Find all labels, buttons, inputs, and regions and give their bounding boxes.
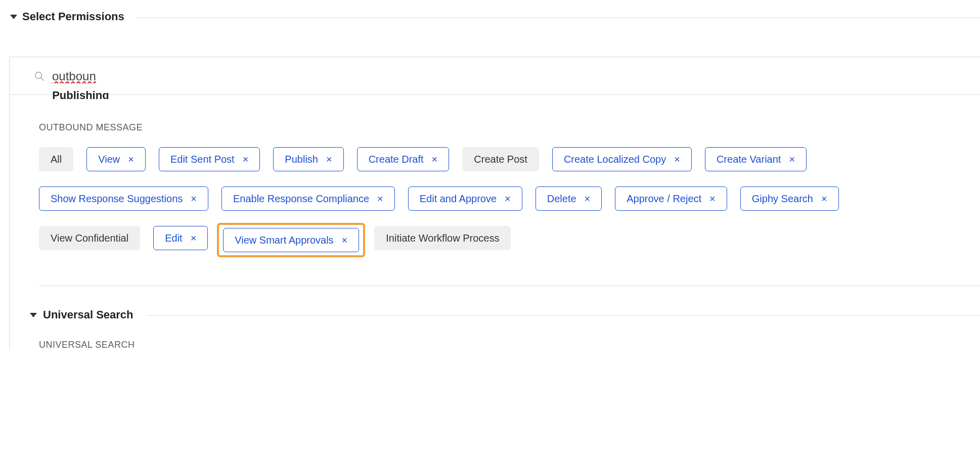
- chip-label: Show Response Suggestions: [51, 193, 183, 205]
- caret-down-icon: [30, 313, 37, 317]
- close-icon[interactable]: ×: [243, 154, 249, 164]
- permission-chip[interactable]: View Smart Approvals×: [223, 228, 359, 252]
- header-rule: [137, 18, 980, 18]
- universal-search-section-header[interactable]: Universal Search: [30, 308, 980, 321]
- permission-chip[interactable]: Show Response Suggestions×: [39, 186, 208, 211]
- close-icon[interactable]: ×: [585, 194, 591, 204]
- chip-label: Enable Response Compliance: [233, 193, 369, 205]
- chip-label: Create Localized Copy: [564, 154, 666, 165]
- highlight-frame: View Smart Approvals×: [217, 223, 365, 257]
- chip-label: View Smart Approvals: [235, 235, 333, 246]
- permission-chip-list: AllView×Edit Sent Post×Publish×Create Dr…: [39, 147, 899, 254]
- permission-chip[interactable]: Create Variant×: [705, 147, 807, 171]
- chip-label: View Confidential: [51, 232, 128, 244]
- permission-chip[interactable]: Edit×: [153, 226, 208, 250]
- permission-chip[interactable]: Giphy Search×: [740, 186, 839, 211]
- close-icon[interactable]: ×: [674, 154, 680, 164]
- chip-label: Approve / Reject: [627, 193, 701, 205]
- permission-chip[interactable]: Create Post: [462, 147, 539, 171]
- divider: [39, 286, 980, 286]
- select-permissions-header[interactable]: Select Permissions: [0, 0, 980, 23]
- chip-label: Edit Sent Post: [170, 154, 235, 165]
- permission-chip[interactable]: Publish×: [273, 147, 343, 171]
- close-icon[interactable]: ×: [128, 154, 134, 164]
- permission-chip[interactable]: Create Draft×: [357, 147, 450, 171]
- search-input-wrapper[interactable]: [52, 69, 254, 83]
- close-icon[interactable]: ×: [505, 194, 511, 204]
- close-icon[interactable]: ×: [377, 194, 383, 204]
- subheader-rule: [147, 315, 980, 316]
- chip-label: Initiate Workflow Process: [386, 232, 499, 244]
- chip-label: All: [51, 154, 62, 165]
- caret-down-icon: [10, 15, 17, 19]
- permission-chip[interactable]: Enable Response Compliance×: [221, 186, 395, 211]
- close-icon[interactable]: ×: [789, 154, 795, 164]
- chip-label: Create Post: [474, 154, 527, 165]
- permission-chip[interactable]: All: [39, 147, 73, 171]
- permission-chip[interactable]: View×: [86, 147, 146, 171]
- chip-label: View: [98, 154, 120, 165]
- chip-label: Edit and Approve: [420, 193, 497, 205]
- permission-chip[interactable]: Delete×: [536, 186, 602, 211]
- universal-search-group-label: UNIVERSAL SEARCH: [39, 340, 980, 350]
- chip-label: Giphy Search: [752, 193, 813, 205]
- chip-label: Publish: [285, 154, 318, 165]
- permission-chip[interactable]: Initiate Workflow Process: [374, 226, 511, 250]
- universal-search-title: Universal Search: [43, 308, 133, 321]
- search-input[interactable]: [52, 69, 254, 83]
- permission-chip[interactable]: Approve / Reject×: [615, 186, 727, 211]
- close-icon[interactable]: ×: [821, 194, 827, 204]
- close-icon[interactable]: ×: [326, 154, 332, 164]
- chip-label: Create Variant: [717, 154, 781, 165]
- chip-label: Create Draft: [369, 154, 424, 165]
- search-icon: [34, 71, 45, 82]
- section-title: Select Permissions: [22, 10, 124, 23]
- permission-chip[interactable]: Edit and Approve×: [408, 186, 522, 211]
- svg-line-1: [41, 78, 44, 81]
- publishing-title: Publishing: [52, 90, 109, 99]
- permission-chip[interactable]: Edit Sent Post×: [159, 147, 260, 171]
- close-icon[interactable]: ×: [342, 235, 348, 245]
- chip-label: Edit: [165, 232, 182, 244]
- close-icon[interactable]: ×: [709, 194, 716, 204]
- permission-chip[interactable]: View Confidential: [39, 226, 140, 250]
- search-row: [10, 57, 980, 95]
- close-icon[interactable]: ×: [191, 194, 197, 204]
- permissions-panel: Publishing OUTBOUND MESSAGE AllView×Edit…: [9, 57, 980, 350]
- outbound-message-label: OUTBOUND MESSAGE: [39, 122, 980, 133]
- chip-label: Delete: [547, 193, 576, 205]
- publishing-section-header[interactable]: Publishing: [39, 90, 980, 99]
- close-icon[interactable]: ×: [432, 154, 438, 164]
- permission-chip[interactable]: Create Localized Copy×: [552, 147, 692, 171]
- close-icon[interactable]: ×: [191, 233, 197, 243]
